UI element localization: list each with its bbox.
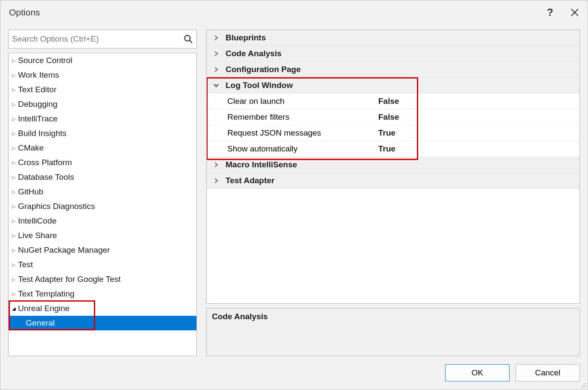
chevron-right-icon[interactable] xyxy=(207,35,226,41)
category-tree-container: ▷Source Control ▷Work Items ▷Text Editor… xyxy=(8,53,197,356)
chevron-down-icon: ◢ xyxy=(10,306,17,311)
tree-item-work-items[interactable]: ▷Work Items xyxy=(9,68,196,82)
tree-item-intellicode[interactable]: ▷IntelliCode xyxy=(9,214,196,228)
chevron-right-icon: ▷ xyxy=(10,116,17,122)
content-area: ▷Source Control ▷Work Items ▷Text Editor… xyxy=(0,24,588,356)
category-configuration-page[interactable]: Configuration Page xyxy=(207,62,579,78)
tree-item-build-insights[interactable]: ▷Build Insights xyxy=(9,126,196,141)
tree-item-cross-platform[interactable]: ▷Cross Platform xyxy=(9,155,196,170)
svg-point-6 xyxy=(585,385,585,386)
tree-item-test-adapter-gtest[interactable]: ▷Test Adapter for Google Test xyxy=(9,272,196,287)
tree-item-database-tools[interactable]: ▷Database Tools xyxy=(9,170,196,184)
tree-item-debugging[interactable]: ▷Debugging xyxy=(9,97,196,112)
chevron-right-icon[interactable] xyxy=(207,162,226,168)
chevron-right-icon: ▷ xyxy=(10,175,17,180)
search-icon[interactable] xyxy=(184,34,193,44)
description-pane: Code Analysis xyxy=(206,308,580,356)
chevron-right-icon: ▷ xyxy=(10,277,17,282)
tree-item-unreal-engine[interactable]: ◢Unreal Engine xyxy=(9,301,196,316)
ok-button[interactable]: OK xyxy=(445,364,510,381)
search-box[interactable] xyxy=(8,30,197,48)
category-macro-intellisense[interactable]: Macro IntelliSense xyxy=(207,157,579,173)
category-tree[interactable]: ▷Source Control ▷Work Items ▷Text Editor… xyxy=(9,53,196,356)
options-dialog: Options ? ▷Source Control ▷Work Items ▷T… xyxy=(0,0,588,390)
svg-point-5 xyxy=(583,385,584,386)
category-log-tool-window[interactable]: Log Tool Window xyxy=(207,78,579,94)
svg-point-4 xyxy=(585,383,585,384)
svg-point-9 xyxy=(585,387,585,387)
tree-item-source-control[interactable]: ▷Source Control xyxy=(9,53,196,68)
chevron-right-icon: ▷ xyxy=(10,87,17,93)
chevron-right-icon: ▷ xyxy=(10,102,17,107)
right-pane: Blueprints Code Analysis Configuration P… xyxy=(206,30,580,356)
cancel-button[interactable]: Cancel xyxy=(516,364,580,381)
tree-item-github[interactable]: ▷GitHub xyxy=(9,184,196,199)
chevron-right-icon: ▷ xyxy=(10,204,17,209)
svg-point-7 xyxy=(581,387,582,387)
tree-item-unreal-general[interactable]: General xyxy=(9,316,196,330)
chevron-right-icon: ▷ xyxy=(10,248,17,253)
description-title: Code Analysis xyxy=(212,312,268,321)
chevron-right-icon: ▷ xyxy=(10,145,17,151)
property-show-automatically[interactable]: Show automatically True xyxy=(207,141,579,157)
svg-point-8 xyxy=(583,387,584,387)
chevron-right-icon: ▷ xyxy=(10,73,17,78)
window-title: Options xyxy=(9,7,40,18)
property-remember-filters[interactable]: Remember filters False xyxy=(207,109,579,125)
tree-item-intellitrace[interactable]: ▷IntelliTrace xyxy=(9,112,196,126)
property-request-json[interactable]: Request JSON messages True xyxy=(207,125,579,141)
help-icon[interactable]: ? xyxy=(547,6,553,18)
tree-item-nuget[interactable]: ▷NuGet Package Manager xyxy=(9,243,196,257)
chevron-right-icon: ▷ xyxy=(10,233,17,239)
resize-grip-icon[interactable] xyxy=(580,382,586,388)
property-clear-on-launch[interactable]: Clear on launch False xyxy=(207,94,579,109)
chevron-right-icon: ▷ xyxy=(10,218,17,224)
tree-item-test[interactable]: ▷Test xyxy=(9,257,196,272)
chevron-right-icon: ▷ xyxy=(10,160,17,166)
titlebar-controls: ? xyxy=(547,6,579,18)
tree-item-text-editor[interactable]: ▷Text Editor xyxy=(9,82,196,97)
category-test-adapter[interactable]: Test Adapter xyxy=(207,173,579,189)
chevron-right-icon[interactable] xyxy=(207,67,226,73)
chevron-right-icon: ▷ xyxy=(10,291,17,297)
svg-line-3 xyxy=(190,40,192,43)
chevron-right-icon: ▷ xyxy=(10,189,17,195)
close-icon[interactable] xyxy=(570,8,579,17)
category-blueprints[interactable]: Blueprints xyxy=(207,30,579,46)
tree-item-live-share[interactable]: ▷Live Share xyxy=(9,228,196,243)
chevron-right-icon: ▷ xyxy=(10,262,17,268)
dialog-footer: OK Cancel xyxy=(0,356,588,390)
chevron-right-icon: ▷ xyxy=(10,58,17,63)
search-input[interactable] xyxy=(12,34,184,44)
tree-item-cmake[interactable]: ▷CMake xyxy=(9,141,196,155)
tree-item-text-templating[interactable]: ▷Text Templating xyxy=(9,287,196,301)
chevron-right-icon: ▷ xyxy=(10,131,17,136)
chevron-right-icon[interactable] xyxy=(207,51,226,57)
tree-item-graphics-diagnostics[interactable]: ▷Graphics Diagnostics xyxy=(9,199,196,214)
svg-point-2 xyxy=(185,36,190,41)
left-pane: ▷Source Control ▷Work Items ▷Text Editor… xyxy=(8,30,197,356)
category-code-analysis[interactable]: Code Analysis xyxy=(207,46,579,62)
chevron-right-icon[interactable] xyxy=(207,178,226,184)
property-grid[interactable]: Blueprints Code Analysis Configuration P… xyxy=(206,30,580,304)
titlebar: Options ? xyxy=(0,0,588,24)
chevron-down-icon[interactable] xyxy=(207,82,226,88)
